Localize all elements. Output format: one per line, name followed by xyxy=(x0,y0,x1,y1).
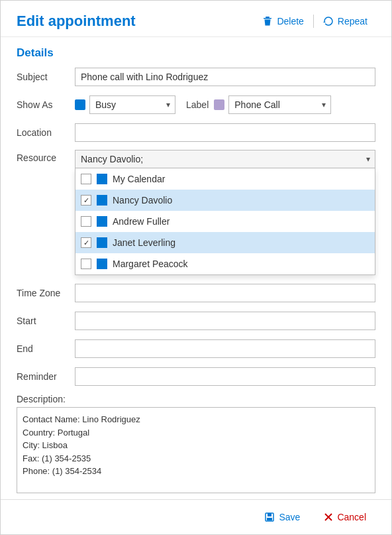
repeat-label: Repeat xyxy=(338,16,368,27)
cal-swatch-andrew xyxy=(97,216,107,227)
dropdown-item-nancy[interactable]: ✓ Nancy Davolio xyxy=(75,190,375,211)
cal-swatch-my-calendar xyxy=(97,174,107,184)
description-textarea[interactable]: Contact Name: Lino Rodriguez Country: Po… xyxy=(17,407,375,493)
checkbox-janet[interactable]: ✓ xyxy=(81,237,91,248)
cancel-button[interactable]: Cancel xyxy=(315,508,375,526)
dropdown-item-my-calendar[interactable]: My Calendar xyxy=(75,168,375,190)
resource-label: Resource xyxy=(17,150,75,163)
dialog-header: Edit appointment Delete Repeat xyxy=(1,1,391,37)
svg-rect-0 xyxy=(266,17,270,18)
section-title: Details xyxy=(1,37,391,66)
delete-label: Delete xyxy=(277,16,303,27)
reminder-row: Reminder xyxy=(17,366,375,387)
timezone-input[interactable] xyxy=(75,284,375,302)
label-section: Label Phone Call None Important Business… xyxy=(186,95,331,114)
subject-label: Subject xyxy=(17,72,75,82)
checkbox-my-calendar[interactable] xyxy=(81,174,91,184)
start-label: Start xyxy=(17,316,75,326)
svg-rect-3 xyxy=(268,513,271,516)
close-icon xyxy=(324,512,333,522)
repeat-icon xyxy=(323,16,334,27)
dropdown-item-andrew[interactable]: Andrew Fuller xyxy=(75,211,375,232)
header-separator xyxy=(313,15,314,28)
label-color-swatch xyxy=(214,99,224,110)
dropdown-item-label: Margaret Peacock xyxy=(113,259,188,269)
dialog-footer: Save Cancel xyxy=(1,499,391,534)
description-label: Description: xyxy=(17,394,375,404)
cal-swatch-nancy xyxy=(97,195,107,206)
dropdown-item-janet[interactable]: ✓ Janet Leverling xyxy=(75,232,375,253)
svg-rect-1 xyxy=(264,18,271,19)
busy-color-swatch xyxy=(75,99,85,110)
show-as-select-wrapper: Busy Free Tentative Out of Office xyxy=(75,95,175,114)
save-button[interactable]: Save xyxy=(255,508,309,526)
subject-row: Subject xyxy=(17,66,375,88)
repeat-button[interactable]: Repeat xyxy=(315,13,375,29)
cal-swatch-janet xyxy=(97,237,107,248)
header-actions: Delete Repeat xyxy=(254,13,375,29)
location-row: Location xyxy=(17,122,375,143)
show-as-select[interactable]: Busy Free Tentative Out of Office xyxy=(89,95,175,114)
trash-icon xyxy=(262,16,273,27)
show-as-label: Show As xyxy=(17,99,75,110)
save-label: Save xyxy=(279,512,300,522)
reminder-input[interactable] xyxy=(75,367,375,386)
start-input[interactable] xyxy=(75,312,375,330)
cancel-label: Cancel xyxy=(337,512,366,522)
dropdown-item-label: Janet Leverling xyxy=(113,237,175,248)
dropdown-item-label: My Calendar xyxy=(113,174,165,184)
cal-swatch-margaret xyxy=(97,259,107,269)
end-input[interactable] xyxy=(75,339,375,358)
location-input[interactable] xyxy=(75,123,375,142)
label-select[interactable]: Phone Call None Important Business Perso… xyxy=(228,95,331,114)
description-section: Description: Contact Name: Lino Rodrigue… xyxy=(17,394,375,495)
dropdown-item-margaret[interactable]: Margaret Peacock xyxy=(75,253,375,274)
start-row: Start xyxy=(17,310,375,331)
resource-input[interactable] xyxy=(75,150,375,168)
resource-dropdown: My Calendar ✓ Nancy Davolio Andrew Fulle… xyxy=(75,168,375,275)
save-icon xyxy=(264,512,275,522)
resource-wrapper: My Calendar ✓ Nancy Davolio Andrew Fulle… xyxy=(75,150,375,168)
checkbox-nancy[interactable]: ✓ xyxy=(81,195,91,206)
end-label: End xyxy=(17,343,75,354)
timezone-row: Time Zone xyxy=(17,282,375,304)
svg-rect-4 xyxy=(267,518,272,520)
form-area: Subject Show As Busy Free Tentative Out … xyxy=(1,66,391,499)
delete-button[interactable]: Delete xyxy=(254,13,311,29)
reminder-label: Reminder xyxy=(17,371,75,382)
dropdown-item-label: Andrew Fuller xyxy=(113,216,170,227)
timezone-label: Time Zone xyxy=(17,288,75,298)
subject-input[interactable] xyxy=(75,68,375,86)
edit-appointment-dialog: Edit appointment Delete Repeat Details xyxy=(0,0,392,535)
dropdown-item-label: Nancy Davolio xyxy=(113,195,172,206)
location-label: Location xyxy=(17,127,75,138)
end-row: End xyxy=(17,338,375,359)
resource-row: Resource My Calendar ✓ xyxy=(17,150,375,171)
label-select-wrapper: Phone Call None Important Business Perso… xyxy=(228,95,331,114)
checkbox-margaret[interactable] xyxy=(81,259,91,269)
show-as-row: Show As Busy Free Tentative Out of Offic… xyxy=(17,94,375,115)
label-label: Label xyxy=(186,99,209,110)
dialog-title: Edit appointment xyxy=(17,13,136,30)
checkbox-andrew[interactable] xyxy=(81,216,91,227)
